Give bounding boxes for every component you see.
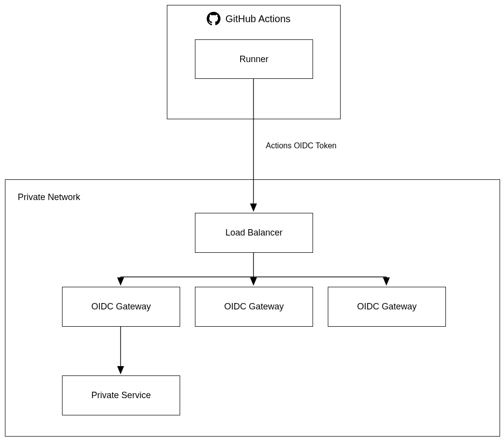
runner-box: Runner bbox=[195, 39, 313, 79]
private-service-label: Private Service bbox=[91, 390, 151, 401]
load-balancer-box: Load Balancer bbox=[195, 213, 313, 253]
runner-label: Runner bbox=[239, 54, 268, 65]
oidc-gateway-label: OIDC Gateway bbox=[91, 302, 151, 312]
github-actions-header: GitHub Actions bbox=[207, 12, 290, 26]
oidc-gateway-box-3: OIDC Gateway bbox=[328, 287, 446, 327]
github-icon bbox=[207, 12, 220, 26]
private-service-box: Private Service bbox=[62, 375, 180, 415]
github-actions-title: GitHub Actions bbox=[225, 13, 290, 25]
load-balancer-label: Load Balancer bbox=[225, 228, 283, 238]
oidc-gateway-label: OIDC Gateway bbox=[224, 302, 284, 312]
oidc-gateway-box-1: OIDC Gateway bbox=[62, 287, 180, 327]
oidc-token-label: Actions OIDC Token bbox=[266, 141, 337, 150]
oidc-gateway-box-2: OIDC Gateway bbox=[195, 287, 313, 327]
oidc-gateway-label: OIDC Gateway bbox=[357, 302, 416, 312]
private-network-title: Private Network bbox=[18, 192, 80, 203]
